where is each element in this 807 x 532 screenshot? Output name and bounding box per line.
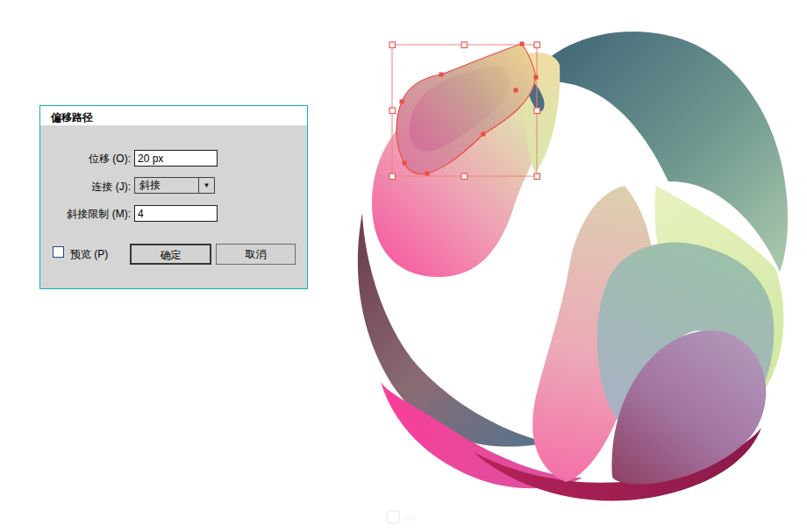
joins-select[interactable]: 斜接 ▼ xyxy=(134,177,215,194)
handle-top-mid[interactable] xyxy=(461,42,468,48)
handle-mid-left[interactable] xyxy=(389,108,396,114)
watermark: cn xyxy=(386,510,417,524)
handle-bottom-right[interactable] xyxy=(534,174,540,180)
handle-bottom-left[interactable] xyxy=(389,174,396,180)
anchor-point[interactable] xyxy=(439,73,444,77)
joins-selected-value: 斜接 xyxy=(135,178,198,193)
anchor-point[interactable] xyxy=(482,132,486,137)
offset-input[interactable] xyxy=(134,150,218,167)
handle-top-right[interactable] xyxy=(534,42,540,48)
anchor-point[interactable] xyxy=(425,172,430,176)
handle-bottom-mid[interactable] xyxy=(461,174,468,180)
offset-label: 位移 (O): xyxy=(46,152,131,164)
anchor-point[interactable] xyxy=(400,100,404,104)
dialog-title: 偏移路径 xyxy=(40,106,307,125)
handle-mid-right[interactable] xyxy=(534,108,540,114)
cancel-button[interactable]: 取消 xyxy=(216,244,296,265)
watermark-text: cn xyxy=(404,512,417,522)
dropdown-arrow-icon[interactable]: ▼ xyxy=(198,178,214,193)
anchor-point[interactable] xyxy=(520,42,525,46)
preview-checkbox[interactable] xyxy=(53,246,64,258)
anchor-point[interactable] xyxy=(403,161,407,166)
illustrator-canvas: cn 偏移路径 位移 (O): 连接 (J): 斜接 ▼ 斜接限制 (M): 预… xyxy=(0,0,807,532)
handle-top-left[interactable] xyxy=(389,42,396,48)
joins-label: 连接 (J): xyxy=(46,180,131,192)
watermark-logo-icon xyxy=(386,510,400,524)
miter-limit-label: 斜接限制 (M): xyxy=(46,207,131,219)
anchor-point[interactable] xyxy=(514,89,518,93)
offset-path-dialog: 偏移路径 位移 (O): 连接 (J): 斜接 ▼ 斜接限制 (M): 预览 (… xyxy=(39,105,308,289)
preview-label: 预览 (P) xyxy=(70,247,108,262)
ok-button[interactable]: 确定 xyxy=(130,244,211,265)
miter-limit-input[interactable] xyxy=(134,205,218,222)
anchor-point[interactable] xyxy=(534,75,539,80)
